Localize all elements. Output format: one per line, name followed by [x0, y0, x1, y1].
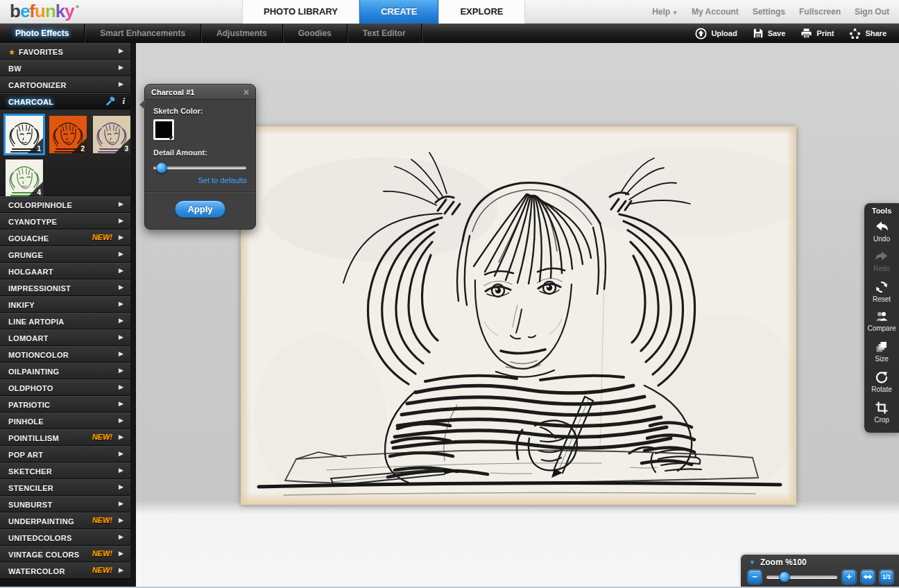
save-button[interactable]: Save [753, 28, 786, 39]
print-button[interactable]: Print [800, 28, 834, 39]
popup-header[interactable]: Charcoal #1 × [145, 85, 255, 100]
sidebar-item-oilpainting[interactable]: OILPAINTING▶ [0, 363, 130, 379]
sidebar-item-underpainting[interactable]: UNDERPAINTINGNEW!▶ [0, 512, 130, 529]
effect-thumb-charcoal-2[interactable]: 2 [49, 116, 87, 153]
menu-photo-effects[interactable]: Photo Effects [0, 24, 85, 43]
category-label: WATERCOLOR [8, 567, 65, 576]
sidebar-item-charcoal[interactable]: CHARCOAL i [0, 93, 130, 110]
sidebar-item-watercolor[interactable]: WATERCOLORNEW!▶ [0, 562, 130, 579]
chevron-right-icon: ▶ [119, 546, 123, 562]
menu-text-editor[interactable]: Text Editor [348, 24, 422, 43]
redo-icon [874, 250, 889, 263]
tool-label: Size [875, 355, 888, 363]
sidebar-item-favorites[interactable]: ★FAVORITES ▶ [0, 43, 130, 60]
sidebar-item-inkify[interactable]: INKIFY▶ [0, 296, 130, 313]
popup-divider [145, 191, 255, 192]
category-label: SKETCHER [8, 467, 52, 476]
new-badge: NEW! [92, 546, 112, 562]
sidebar-item-lomoart[interactable]: LOMOART▶ [0, 329, 130, 346]
menu-adjustments[interactable]: Adjustments [201, 24, 283, 43]
sidebar-item-oldphoto[interactable]: OLDPHOTO▶ [0, 379, 130, 396]
slider-track[interactable] [153, 166, 246, 169]
sidebar-item-pop-art[interactable]: POP ART▶ [0, 446, 130, 462]
slider-knob[interactable] [156, 162, 167, 173]
share-button[interactable]: Share [849, 28, 887, 40]
menu-smart-enhancements[interactable]: Smart Enhancements [85, 24, 201, 43]
sidebar-item-holgaart[interactable]: HOLGAART▶ [0, 263, 130, 279]
zoom-slider-track[interactable] [767, 576, 837, 579]
chevron-right-icon: ▶ [119, 363, 123, 379]
befunky-logo[interactable]: befunky• [10, 1, 78, 22]
apply-button[interactable]: Apply [175, 200, 225, 218]
zoom-level-label: Zoom %100 [760, 557, 807, 567]
chevron-right-icon: ▶ [119, 346, 123, 362]
sketch-color-swatch[interactable] [153, 119, 174, 140]
effect-thumb-charcoal-1[interactable]: 1 [6, 116, 43, 153]
set-to-defaults-link[interactable]: Set to defaults [153, 176, 247, 184]
size-button[interactable]: Size [864, 336, 899, 366]
sidebar-item-bw[interactable]: BW ▶ [0, 60, 130, 76]
detail-amount-slider[interactable] [153, 162, 246, 173]
zoom-slider[interactable] [767, 571, 837, 582]
zoom-panel: ▼ Zoom %100 − + 1/1 [741, 555, 899, 587]
sidebar-item-gouache[interactable]: GOUACHENEW!▶ [0, 230, 130, 246]
zoom-in-button[interactable]: + [842, 570, 856, 584]
sidebar-item-line-artopia[interactable]: LINE ARTOPIA▶ [0, 313, 130, 329]
crop-icon [875, 401, 889, 415]
info-icon[interactable]: i [122, 96, 125, 106]
sidebar-item-unitedcolors[interactable]: UNITEDCOLORS▶ [0, 529, 130, 546]
thumb-number: 4 [37, 189, 41, 196]
account-links: Help▼ My Account Settings Fullscreen Sig… [652, 0, 889, 24]
my-account-link[interactable]: My Account [692, 7, 739, 17]
help-menu[interactable]: Help▼ [652, 7, 678, 17]
file-actions: Upload Save Print Share [695, 24, 887, 43]
reset-button[interactable]: Reset [864, 276, 899, 306]
sidebar-item-sketcher[interactable]: SKETCHER▶ [0, 462, 130, 479]
sidebar-item-pointillism[interactable]: POINTILLISMNEW!▶ [0, 429, 130, 446]
chevron-right-icon: ▶ [119, 396, 123, 412]
wrench-icon[interactable] [105, 96, 116, 106]
actual-size-button[interactable]: 1/1 [880, 570, 893, 584]
effect-thumb-charcoal-3[interactable]: 3 [93, 116, 130, 153]
sidebar-item-sunburst[interactable]: SUNBURST▶ [0, 496, 130, 512]
tab-explore[interactable]: EXPLORE [438, 0, 524, 24]
logo-letter: k [55, 1, 65, 21]
zoom-slider-knob[interactable] [779, 571, 790, 582]
crop-button[interactable]: Crop [864, 397, 899, 427]
thumb-number: 2 [80, 145, 85, 153]
sidebar-item-stenciler[interactable]: STENCILER▶ [0, 479, 130, 496]
sign-out-link[interactable]: Sign Out [855, 7, 889, 17]
zoom-collapse-icon[interactable]: ▼ [749, 559, 755, 566]
chevron-right-icon: ▶ [119, 76, 123, 92]
sidebar-item-pinhole[interactable]: PINHOLE▶ [0, 413, 130, 429]
compare-button[interactable]: Compare [864, 306, 899, 336]
sidebar-item-cyanotype[interactable]: CYANOTYPE▶ [0, 213, 130, 230]
category-label: LINE ARTOPIA [8, 318, 65, 326]
sidebar-item-motioncolor[interactable]: MOTIONCOLOR▶ [0, 346, 130, 363]
zoom-out-button[interactable]: − [748, 570, 762, 584]
sidebar-item-vintage-colors[interactable]: VINTAGE COLORSNEW!▶ [0, 546, 130, 562]
chevron-right-icon: ▶ [119, 462, 123, 478]
sidebar-item-cartoonizer[interactable]: CARTOONIZER ▶ [0, 76, 130, 93]
close-icon[interactable]: × [243, 85, 249, 99]
menu-goodies[interactable]: Goodies [283, 24, 348, 43]
rotate-button[interactable]: Rotate [864, 366, 899, 397]
redo-button[interactable]: Redo [864, 246, 899, 276]
star-icon: ★ [8, 48, 15, 56]
save-icon [753, 28, 764, 39]
fullscreen-link[interactable]: Fullscreen [799, 7, 841, 17]
settings-link[interactable]: Settings [753, 7, 785, 17]
category-label: MOTIONCOLOR [8, 351, 69, 359]
canvas-image[interactable] [241, 126, 796, 505]
category-label: UNDERPAINTING [8, 517, 74, 526]
sidebar-item-grunge[interactable]: GRUNGE▶ [0, 246, 130, 263]
sidebar-item-impressionist[interactable]: IMPRESSIONIST▶ [0, 279, 130, 296]
tab-photo-library[interactable]: PHOTO LIBRARY [242, 0, 359, 24]
tab-create[interactable]: CREATE [359, 0, 438, 24]
upload-button[interactable]: Upload [695, 28, 737, 40]
fit-to-screen-button[interactable] [861, 570, 875, 584]
sidebar-item-patriotic[interactable]: PATRIOTIC▶ [0, 396, 130, 413]
sidebar-item-colorpinhole[interactable]: COLORPINHOLE▶ [0, 196, 130, 213]
effect-thumb-charcoal-4[interactable]: 4 [6, 159, 43, 197]
undo-button[interactable]: Undo [864, 216, 899, 246]
